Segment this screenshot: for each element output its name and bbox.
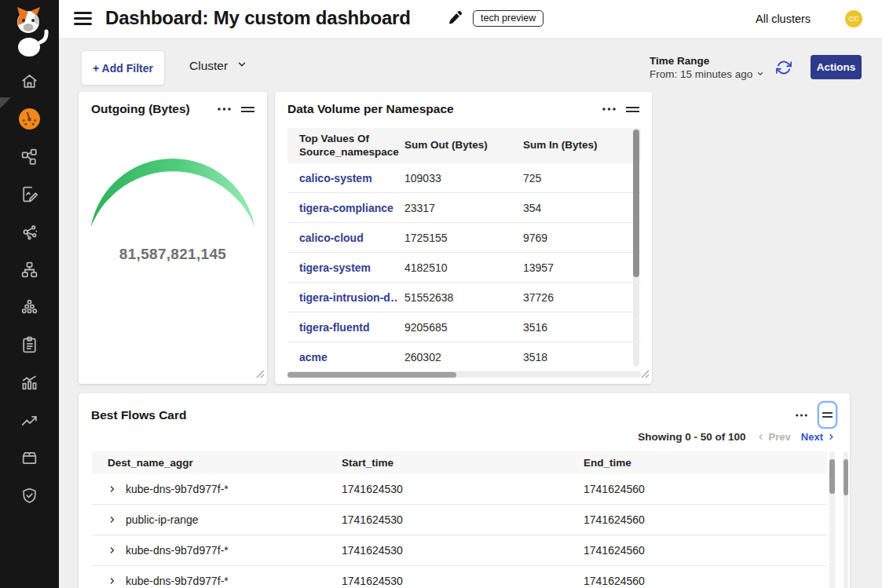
sidebar-item-flow-logs[interactable] xyxy=(0,185,59,206)
chevron-down-icon xyxy=(756,68,764,80)
namespace-link[interactable]: calico-cloud xyxy=(287,232,397,244)
sum-out-value: 260302 xyxy=(397,351,515,363)
namespace-table-row: tigera-system418251013957 xyxy=(287,253,641,283)
tech-preview-badge: tech preview xyxy=(473,10,543,27)
sidebar-item-service-graph[interactable] xyxy=(0,148,59,168)
sum-in-value: 9769 xyxy=(515,232,641,244)
namespace-link[interactable]: tigera-intrusion-d… xyxy=(287,291,397,304)
prev-page-button[interactable]: Prev xyxy=(756,431,791,443)
scrollbar-thumb[interactable] xyxy=(844,459,848,495)
horizontal-scrollbar[interactable] xyxy=(287,372,641,378)
gauge-chart xyxy=(79,147,267,235)
sidebar-item-clusters[interactable] xyxy=(0,298,59,319)
column-header[interactable]: Sum Out (Bytes) xyxy=(397,139,515,152)
flows-table-header: Dest_name_aggr Start_time End_time xyxy=(92,451,827,474)
column-header[interactable]: Sum In (Bytes) xyxy=(515,139,641,152)
namespace-table-body: calico-system109033725tigera-compliance2… xyxy=(287,163,641,372)
box-icon xyxy=(20,448,39,471)
expand-row-chevron-icon[interactable] xyxy=(108,576,117,586)
ellipsis-menu-icon[interactable] xyxy=(796,414,807,417)
namespace-table-row: acme2603023518 xyxy=(287,342,641,372)
namespace-link[interactable]: tigera-fluentd xyxy=(287,321,397,334)
sum-out-value: 9205685 xyxy=(397,321,515,334)
vertical-scrollbar[interactable] xyxy=(633,128,639,367)
end-time-value: 1741624560 xyxy=(569,513,827,526)
expand-row-chevron-icon[interactable] xyxy=(108,515,117,524)
flows-table-row: kube-dns-9b7d977f-*17416245301741624560 xyxy=(92,474,827,505)
next-page-button[interactable]: Next xyxy=(801,431,836,443)
flows-table-row: kube-dns-9b7d977f-*17416245301741624560 xyxy=(92,535,827,566)
card-title: Data Volume per Namespace xyxy=(287,102,454,116)
service-graph-icon xyxy=(20,147,39,170)
sum-in-value: 3518 xyxy=(515,351,641,363)
flows-table-row: public-ip-range17416245301741624560 xyxy=(92,505,827,535)
ellipsis-menu-icon[interactable] xyxy=(602,108,616,111)
hamburger-menu-icon[interactable] xyxy=(74,12,92,25)
refresh-icon[interactable] xyxy=(776,60,792,75)
dest-name-value: kube-dns-9b7d977f-* xyxy=(126,575,229,587)
expand-row-chevron-icon[interactable] xyxy=(108,484,117,494)
calico-cat-logo[interactable] xyxy=(10,6,49,61)
dest-name-value: kube-dns-9b7d977f-* xyxy=(126,483,229,495)
card-title: Outgoing (Bytes) xyxy=(91,102,190,116)
flows-table-body: kube-dns-9b7d977f-*17416245301741624560p… xyxy=(92,474,827,588)
statistics-icon xyxy=(20,373,39,396)
cluster-filter-dropdown[interactable]: Cluster xyxy=(189,59,247,73)
start-time-value: 1741624530 xyxy=(328,544,569,557)
sidebar-item-connections[interactable] xyxy=(0,223,59,243)
sidebar-nav xyxy=(0,72,59,524)
sum-out-value: 23317 xyxy=(397,202,515,214)
start-time-value: 1741624530 xyxy=(328,483,569,495)
prev-label: Prev xyxy=(769,431,791,443)
sidebar-item-home[interactable] xyxy=(0,72,59,93)
resize-grip-icon[interactable] xyxy=(256,367,265,382)
card-vertical-scrollbar[interactable] xyxy=(844,451,848,588)
edit-dashboard-pencil-icon[interactable] xyxy=(448,10,463,25)
sum-out-value: 4182510 xyxy=(397,261,515,274)
drag-handle-focused[interactable] xyxy=(818,401,837,429)
column-header[interactable]: Top Values Of Source_namespace xyxy=(287,133,397,158)
sidebar-item-trends[interactable] xyxy=(0,411,59,432)
add-filter-button[interactable]: + Add Filter xyxy=(81,50,165,86)
namespace-link[interactable]: tigera-system xyxy=(287,261,397,274)
namespace-table-row: tigera-fluentd92056853516 xyxy=(287,312,641,342)
sidebar-item-dashboards[interactable] xyxy=(0,110,59,130)
scrollbar-thumb[interactable] xyxy=(829,459,835,494)
vertical-scrollbar[interactable] xyxy=(829,451,835,588)
namespace-table: Top Values Of Source_namespace Sum Out (… xyxy=(287,128,641,372)
actions-button[interactable]: Actions xyxy=(811,55,862,79)
namespace-link[interactable]: acme xyxy=(287,351,397,363)
ellipsis-menu-icon[interactable] xyxy=(218,108,231,111)
flows-table: Dest_name_aggr Start_time End_time kube-… xyxy=(92,451,827,588)
sum-in-value: 354 xyxy=(515,202,641,214)
drag-handle-icon[interactable] xyxy=(241,106,254,113)
expand-row-chevron-icon[interactable] xyxy=(108,546,117,555)
namespace-table-row: tigera-intrusion-d…5155263837726 xyxy=(287,283,641,312)
time-range-control[interactable]: Time Range From: 15 minutes ago xyxy=(650,55,764,80)
cluster-scope-selector[interactable]: All clusters xyxy=(756,13,811,25)
sidebar-item-network[interactable] xyxy=(0,261,59,281)
sum-in-value: 725 xyxy=(515,172,641,184)
namespace-table-row: calico-cloud17251559769 xyxy=(287,223,641,253)
user-avatar[interactable]: CC xyxy=(845,10,862,27)
start-time-value: 1741624530 xyxy=(328,513,569,526)
scrollbar-thumb[interactable] xyxy=(287,372,456,378)
card-title: Best Flows Card xyxy=(91,408,186,422)
sidebar-item-workloads[interactable] xyxy=(0,449,59,469)
end-time-value: 1741624560 xyxy=(569,483,827,495)
resize-grip-icon[interactable] xyxy=(641,367,650,382)
pagination: Showing 0 - 50 of 100 Prev Next xyxy=(638,431,836,443)
gauge-value: 81,587,821,145 xyxy=(79,246,267,263)
dashboards-icon xyxy=(18,108,41,133)
namespace-link[interactable]: calico-system xyxy=(287,172,397,184)
drag-handle-icon[interactable] xyxy=(626,106,639,113)
sidebar-item-security[interactable] xyxy=(0,487,59,507)
sidebar-item-compliance[interactable] xyxy=(0,336,59,356)
column-header[interactable]: End_time xyxy=(569,457,827,469)
sidebar-item-statistics[interactable] xyxy=(0,374,59,394)
namespace-link[interactable]: tigera-compliance xyxy=(287,202,397,214)
column-header[interactable]: Dest_name_aggr xyxy=(92,457,328,469)
best-flows-card: Best Flows Card Showing 0 - 50 of 100 Pr… xyxy=(79,393,850,588)
scrollbar-thumb[interactable] xyxy=(633,130,639,277)
column-header[interactable]: Start_time xyxy=(328,457,569,469)
